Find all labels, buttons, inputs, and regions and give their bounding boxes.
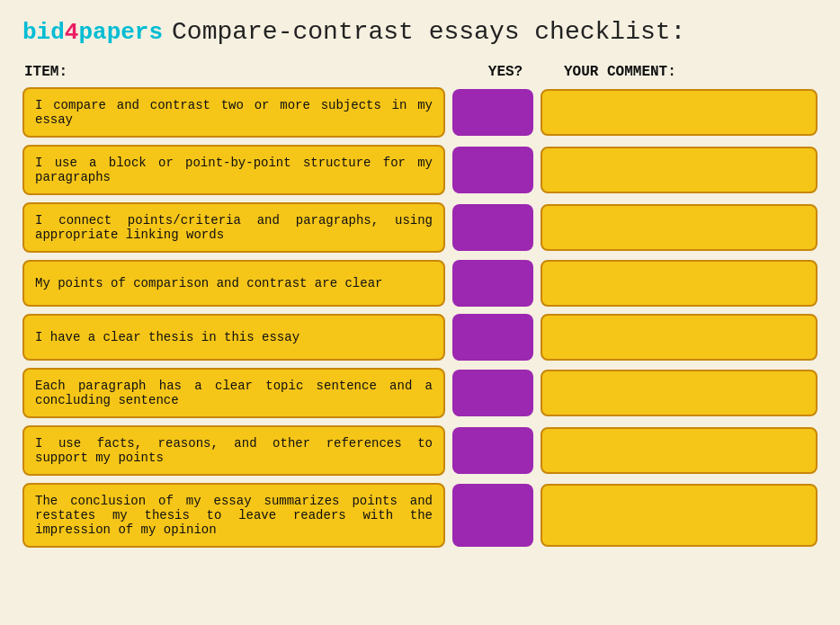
- comment-box-4[interactable]: [541, 260, 818, 307]
- yes-checkbox-5[interactable]: [452, 314, 533, 361]
- logo-papers: papers: [78, 19, 163, 46]
- table-row: I connect points/criteria and paragraphs…: [22, 202, 818, 253]
- checklist: I compare and contrast two or more subje…: [22, 87, 818, 548]
- logo-bid: bid: [22, 19, 65, 46]
- logo-4: 4: [65, 19, 79, 46]
- comment-box-6[interactable]: [541, 370, 818, 416]
- yes-checkbox-3[interactable]: [452, 204, 533, 251]
- logo: bid4papers: [22, 19, 163, 46]
- col-header-item: ITEM:: [24, 64, 456, 80]
- table-row: I use facts, reasons, and other referenc…: [22, 425, 818, 476]
- column-headers: ITEM: YES? YOUR COMMENT:: [22, 64, 818, 80]
- comment-box-8[interactable]: [541, 484, 818, 547]
- table-row: The conclusion of my essay summarizes po…: [22, 483, 818, 548]
- comment-box-5[interactable]: [541, 314, 818, 361]
- item-text-5: I have a clear thesis in this essay: [22, 314, 445, 361]
- table-row: Each paragraph has a clear topic sentenc…: [22, 368, 818, 418]
- table-row: My points of comparison and contrast are…: [22, 260, 818, 307]
- comment-box-3[interactable]: [541, 204, 818, 251]
- table-row: I compare and contrast two or more subje…: [22, 87, 818, 138]
- item-text-6: Each paragraph has a clear topic sentenc…: [22, 368, 445, 418]
- item-text-4: My points of comparison and contrast are…: [22, 260, 445, 307]
- yes-checkbox-7[interactable]: [452, 427, 533, 474]
- table-row: I use a block or point-by-point structur…: [22, 145, 818, 195]
- item-text-8: The conclusion of my essay summarizes po…: [22, 483, 445, 548]
- yes-checkbox-2[interactable]: [452, 147, 533, 193]
- col-header-comment: YOUR COMMENT:: [555, 64, 816, 80]
- comment-box-2[interactable]: [541, 147, 818, 193]
- yes-checkbox-6[interactable]: [452, 370, 533, 416]
- page-header: bid4papers Compare-contrast essays check…: [22, 18, 818, 46]
- item-text-7: I use facts, reasons, and other referenc…: [22, 425, 445, 476]
- comment-box-7[interactable]: [541, 427, 818, 474]
- page-title: Compare-contrast essays checklist:: [172, 18, 685, 46]
- yes-checkbox-1[interactable]: [452, 89, 533, 136]
- yes-checkbox-8[interactable]: [452, 484, 533, 547]
- col-header-yes: YES?: [456, 64, 555, 80]
- item-text-3: I connect points/criteria and paragraphs…: [22, 202, 445, 253]
- item-text-1: I compare and contrast two or more subje…: [22, 87, 445, 138]
- item-text-2: I use a block or point-by-point structur…: [22, 145, 445, 195]
- comment-box-1[interactable]: [541, 89, 818, 136]
- yes-checkbox-4[interactable]: [452, 260, 533, 307]
- table-row: I have a clear thesis in this essay: [22, 314, 818, 361]
